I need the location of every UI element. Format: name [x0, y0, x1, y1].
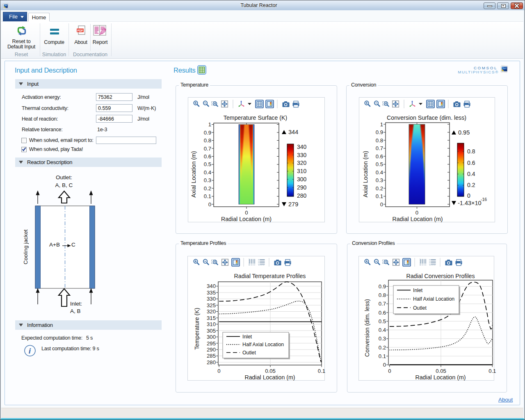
- svg-text:Inlet: Inlet: [242, 334, 252, 340]
- svg-text:0.1: 0.1: [376, 193, 383, 199]
- svg-text:0.5: 0.5: [204, 161, 211, 167]
- svg-text:330: 330: [297, 152, 307, 158]
- svg-text:1: 1: [380, 121, 383, 128]
- svg-text:280: 280: [297, 192, 307, 199]
- svg-text:-16: -16: [481, 197, 487, 202]
- svg-text:285: 285: [207, 353, 216, 359]
- svg-text:0.8: 0.8: [467, 148, 475, 155]
- svg-text:295: 295: [207, 340, 216, 347]
- svg-text:0.8: 0.8: [376, 137, 383, 144]
- svg-text:i: i: [29, 347, 31, 355]
- svg-text:340: 340: [207, 283, 216, 289]
- svg-text:290: 290: [297, 184, 307, 191]
- svg-text:0.05: 0.05: [265, 368, 276, 374]
- svg-text:0.8: 0.8: [379, 292, 386, 298]
- svg-text:0.1: 0.1: [488, 368, 496, 374]
- svg-text:0.1: 0.1: [379, 353, 386, 359]
- svg-text:0.3: 0.3: [379, 336, 386, 342]
- svg-text:0.5: 0.5: [379, 318, 386, 324]
- svg-text:0.5: 0.5: [376, 161, 383, 167]
- svg-text:Inlet:: Inlet:: [70, 301, 82, 307]
- svg-text:0.3: 0.3: [376, 177, 383, 183]
- svg-text:280: 280: [207, 359, 216, 365]
- svg-text:0.6: 0.6: [379, 310, 386, 316]
- svg-text:0.4: 0.4: [204, 169, 211, 176]
- svg-text:320: 320: [207, 308, 216, 315]
- svg-text:A, B: A, B: [70, 308, 81, 314]
- svg-text:Conversion Surface (dim. less): Conversion Surface (dim. less): [387, 114, 466, 121]
- svg-text:0.1: 0.1: [318, 368, 325, 374]
- svg-text:0.6: 0.6: [376, 153, 383, 160]
- svg-text:0: 0: [383, 362, 386, 368]
- svg-text:310: 310: [297, 168, 307, 174]
- svg-text:0: 0: [245, 210, 248, 216]
- svg-text:Radial Location (m): Radial Location (m): [221, 216, 272, 222]
- svg-text:315: 315: [207, 315, 216, 321]
- svg-text:Radial Temperature Profiles: Radial Temperature Profiles: [234, 273, 306, 279]
- svg-text:Radial Location (m): Radial Location (m): [415, 374, 466, 381]
- svg-text:0: 0: [415, 210, 418, 216]
- svg-text:-1.43×10: -1.43×10: [458, 200, 482, 206]
- svg-text:Radial Location (m): Radial Location (m): [392, 216, 443, 222]
- svg-text:0.9: 0.9: [204, 130, 211, 136]
- svg-text:PDF: PDF: [78, 29, 84, 32]
- svg-text:A, B, C: A, B, C: [55, 182, 73, 188]
- svg-text:Outlet:: Outlet:: [56, 174, 72, 180]
- svg-text:A+B: A+B: [49, 242, 60, 248]
- svg-text:310: 310: [207, 321, 216, 327]
- svg-text:Half Axial Location: Half Axial Location: [413, 296, 454, 302]
- svg-text:Radial Location (m): Radial Location (m): [244, 374, 295, 381]
- svg-text:Temperature Surface (K): Temperature Surface (K): [224, 114, 287, 121]
- svg-text:0: 0: [467, 192, 470, 199]
- svg-text:0.05: 0.05: [436, 368, 446, 374]
- svg-text:0.6: 0.6: [467, 160, 475, 166]
- svg-text:279: 279: [288, 201, 298, 208]
- svg-text:0.4: 0.4: [467, 171, 475, 177]
- svg-text:0: 0: [388, 368, 391, 374]
- svg-text:344: 344: [288, 129, 298, 135]
- svg-text:0: 0: [217, 368, 220, 374]
- svg-text:0.2: 0.2: [204, 185, 211, 192]
- svg-text:0.2: 0.2: [379, 345, 386, 351]
- svg-text:330: 330: [207, 296, 216, 302]
- svg-text:Axial Location (m): Axial Location (m): [362, 151, 369, 198]
- svg-text:0.7: 0.7: [204, 146, 211, 152]
- svg-text:0.9: 0.9: [379, 283, 386, 290]
- svg-text:0.2: 0.2: [467, 182, 475, 188]
- svg-text:300: 300: [207, 334, 216, 340]
- svg-text:0: 0: [208, 201, 211, 208]
- svg-text:340: 340: [297, 144, 307, 150]
- svg-text:Radial Conversion Profiles: Radial Conversion Profiles: [406, 273, 475, 279]
- svg-text:325: 325: [207, 302, 216, 308]
- svg-text:290: 290: [207, 347, 216, 353]
- svg-text:0.3: 0.3: [204, 177, 211, 183]
- svg-text:0.4: 0.4: [379, 327, 386, 333]
- svg-text:0.6: 0.6: [204, 153, 211, 160]
- svg-text:0.9: 0.9: [376, 129, 383, 135]
- svg-text:335: 335: [207, 290, 216, 296]
- svg-text:Half Axial Location: Half Axial Location: [242, 342, 284, 347]
- svg-text:C: C: [71, 242, 75, 248]
- svg-text:0.7: 0.7: [376, 145, 383, 151]
- svg-text:Outlet: Outlet: [242, 350, 256, 356]
- svg-text:Outlet: Outlet: [413, 305, 427, 311]
- svg-text:0.95: 0.95: [458, 129, 470, 136]
- svg-text:300: 300: [297, 176, 307, 183]
- svg-text:0.7: 0.7: [379, 301, 386, 307]
- svg-text:Cooling jacket: Cooling jacket: [23, 229, 29, 264]
- svg-text:0.4: 0.4: [376, 169, 383, 176]
- svg-text:Inlet: Inlet: [413, 288, 423, 293]
- svg-text:Conversion (dim. less): Conversion (dim. less): [364, 299, 370, 357]
- svg-text:0.8: 0.8: [204, 137, 211, 144]
- svg-text:0.2: 0.2: [376, 185, 383, 192]
- svg-text:320: 320: [297, 160, 307, 166]
- svg-text:Temperature (K): Temperature (K): [194, 308, 200, 350]
- svg-text:305: 305: [207, 328, 216, 334]
- svg-text:Axial Location (m): Axial Location (m): [190, 151, 197, 198]
- svg-text:0: 0: [380, 201, 383, 208]
- svg-text:1: 1: [208, 121, 211, 128]
- svg-text:0.1: 0.1: [204, 193, 211, 199]
